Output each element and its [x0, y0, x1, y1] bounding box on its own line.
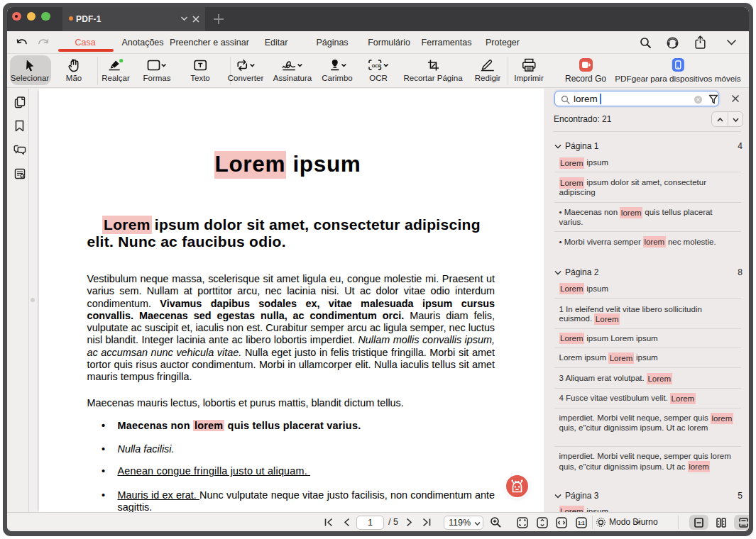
svg-text:1:1: 1:1 — [578, 519, 585, 526]
svg-text:OCR: OCR — [372, 64, 382, 68]
